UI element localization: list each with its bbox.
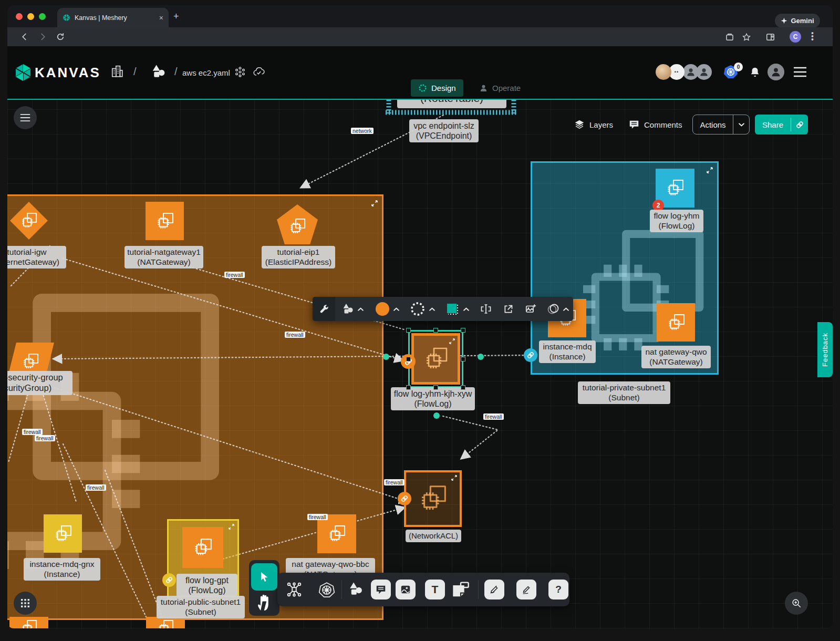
selection-handle[interactable] — [461, 328, 465, 333]
select-cursor-icon — [258, 571, 271, 583]
text-tool-glyph: T — [432, 583, 439, 596]
node-network-acl[interactable] — [404, 470, 462, 527]
node-nat-gateway-qwo[interactable] — [657, 303, 695, 342]
feedback-tab[interactable]: Feedback — [817, 322, 833, 377]
selection-handle[interactable] — [406, 385, 411, 390]
collaborator-avatar-photo[interactable] — [656, 64, 671, 80]
collaborator-avatar[interactable] — [683, 64, 699, 80]
node-label: (RouteTable) — [397, 100, 506, 108]
profile-avatar[interactable]: C — [790, 31, 801, 43]
help-tool-glyph: ? — [555, 584, 562, 595]
kanvas-logo-icon[interactable] — [15, 64, 32, 81]
back-icon[interactable] — [20, 32, 29, 42]
node-label: tutorial-igw(InternetGateway) — [7, 246, 66, 268]
actions-button[interactable]: Actions — [692, 115, 750, 135]
selection-handle[interactable] — [461, 385, 465, 390]
bottom-toolbar: T ? — [277, 573, 569, 606]
zoom-button[interactable] — [785, 592, 808, 615]
node-instance-mdq-gnx[interactable] — [44, 514, 82, 553]
rename-tool[interactable] — [474, 303, 497, 315]
collapse-icon[interactable] — [449, 338, 455, 344]
chip-icon — [20, 212, 38, 230]
chip-icon — [155, 212, 174, 231]
wrench-tool[interactable] — [313, 297, 335, 321]
fill-color-swatch — [376, 302, 389, 316]
profile-button[interactable] — [768, 64, 784, 80]
kubernetes-icon[interactable] — [318, 582, 335, 598]
collapse-icon[interactable] — [371, 200, 378, 206]
pan-tool[interactable] — [255, 592, 272, 615]
node-nat-gateway-qwo-bbc[interactable] — [317, 514, 356, 553]
selection-handle[interactable] — [406, 328, 411, 333]
actions-dropdown-button[interactable] — [733, 123, 749, 127]
node-label: vpc endpoint-slz(VPCEndpoint) — [409, 119, 479, 142]
select-tool[interactable] — [251, 563, 277, 591]
mesh-sync-icon[interactable] — [286, 582, 302, 597]
design-canvas[interactable]: tutorial-igw(InternetGateway) tutorial-n… — [7, 100, 833, 628]
tab-operate[interactable]: Operate — [472, 79, 528, 97]
selection-handle[interactable] — [406, 357, 411, 361]
copy-link-button[interactable] — [791, 120, 808, 129]
apps-grid-button[interactable] — [14, 592, 37, 615]
kebab-menu-icon[interactable]: ••• — [811, 32, 814, 41]
image-tool[interactable] — [396, 580, 416, 599]
chevron-up-icon — [358, 307, 364, 311]
container-style-tool[interactable] — [440, 302, 474, 316]
ripple-tool[interactable] — [542, 303, 573, 315]
link-badge[interactable] — [162, 573, 176, 587]
design-file-name[interactable]: aws ec2.yaml — [182, 68, 230, 77]
selection-handle[interactable] — [461, 357, 465, 361]
organization-icon[interactable] — [110, 64, 124, 79]
node-flow-log-gpt[interactable] — [182, 527, 223, 568]
link-badge[interactable] — [524, 348, 537, 362]
pencil-tool[interactable] — [516, 580, 536, 599]
node-partial[interactable] — [9, 617, 48, 628]
minimize-window-button[interactable] — [27, 13, 34, 20]
reload-icon[interactable] — [56, 32, 65, 42]
close-window-button[interactable] — [16, 13, 23, 20]
layers-button[interactable]: Layers — [574, 119, 613, 130]
shapes-tool[interactable] — [348, 581, 364, 597]
command-icon[interactable] — [234, 66, 246, 78]
comments-button[interactable]: Comments — [628, 119, 682, 130]
node-label: instance-mdq(Instance) — [539, 340, 596, 363]
save-icon[interactable] — [725, 33, 734, 42]
link-icon — [526, 351, 535, 359]
node-flow-log-selected[interactable] — [411, 333, 460, 385]
tab-close-icon[interactable]: × — [159, 14, 163, 22]
canvas-menu-button[interactable] — [14, 106, 37, 129]
gemini-button[interactable]: Gemini — [775, 14, 820, 28]
cloud-sync-icon[interactable] — [252, 66, 266, 78]
selection-handle[interactable] — [433, 328, 438, 333]
bell-icon[interactable] — [749, 66, 761, 78]
browser-tab[interactable]: Kanvas | Meshery × — [57, 8, 169, 27]
breadcrumb-slash-2: / — [174, 66, 178, 78]
shapes-tool[interactable] — [335, 303, 369, 315]
pen-tool[interactable] — [484, 580, 504, 599]
node-natgateway1[interactable] — [146, 202, 184, 240]
fill-color-tool[interactable] — [370, 302, 405, 316]
collapse-icon[interactable] — [451, 475, 457, 481]
forward-icon[interactable] — [38, 32, 47, 42]
side-panel-search-icon[interactable] — [765, 33, 775, 42]
collapse-icon[interactable] — [229, 524, 234, 530]
new-tab-button[interactable]: + — [173, 11, 179, 22]
note-tool[interactable] — [451, 580, 471, 599]
share-button[interactable]: Share — [755, 115, 808, 135]
menu-icon[interactable] — [793, 67, 807, 77]
app-logo-text[interactable]: KANVAS — [35, 65, 101, 81]
border-style-tool[interactable] — [405, 302, 440, 316]
tab-design[interactable]: Design — [411, 79, 463, 97]
maximize-window-button[interactable] — [39, 13, 46, 20]
comment-tool[interactable] — [371, 580, 391, 599]
text-tool[interactable]: T — [425, 580, 445, 599]
collapse-icon[interactable] — [707, 167, 713, 173]
help-tool[interactable]: ? — [548, 580, 568, 599]
link-badge[interactable] — [398, 492, 411, 505]
open-in-new-tool[interactable] — [497, 304, 520, 315]
node-partial[interactable] — [146, 617, 185, 628]
selection-handle[interactable] — [433, 385, 438, 390]
add-image-tool[interactable] — [520, 303, 542, 315]
shapes-icon[interactable] — [150, 64, 167, 79]
bookmark-star-icon[interactable] — [742, 33, 751, 42]
